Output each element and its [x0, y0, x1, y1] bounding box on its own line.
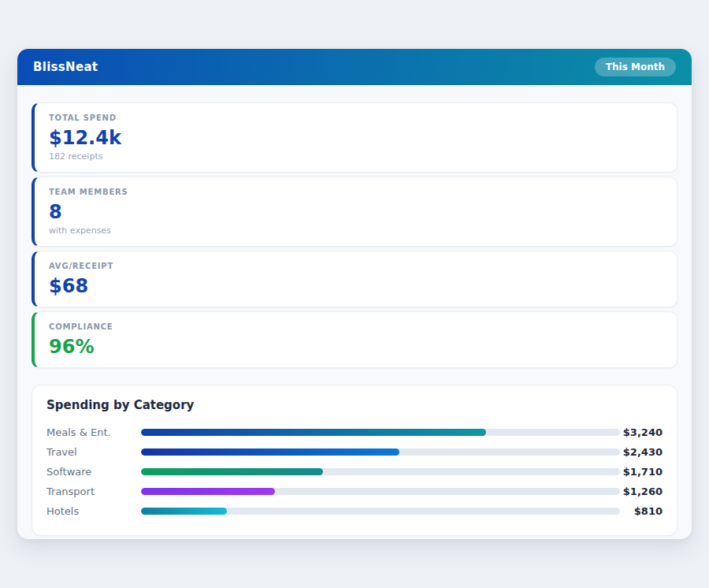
stat-label: COMPLIANCE [49, 322, 663, 332]
period-badge[interactable]: This Month [595, 58, 676, 76]
stat-subtext: with expenses [49, 225, 663, 236]
category-label: Transport [46, 486, 141, 497]
bar-track [141, 429, 620, 436]
category-label: Meals & Ent. [46, 426, 141, 438]
stat-label: TEAM MEMBERS [49, 187, 663, 197]
bar-fill [141, 488, 275, 495]
bar-track [141, 468, 620, 475]
stat-card-team-members: TEAM MEMBERS 8 with expenses [32, 177, 677, 247]
category-label: Software [46, 466, 141, 478]
category-value: $3,240 [620, 426, 663, 438]
stat-card-total-spend: TOTAL SPEND $12.4k 182 receipts [32, 102, 677, 173]
stat-value: 8 [49, 201, 663, 223]
stat-value: 96% [49, 336, 663, 358]
dashboard-panel: BlissNeat This Month TOTAL SPEND $12.4k … [17, 49, 692, 539]
chart-row-software: Software $1,710 [46, 462, 663, 482]
app-header: BlissNeat This Month [17, 49, 692, 85]
category-label: Travel [46, 446, 141, 458]
bar-fill [141, 468, 323, 475]
stat-card-compliance: COMPLIANCE 96% [32, 311, 677, 368]
stat-value: $12.4k [49, 127, 663, 149]
stat-card-avg-receipt: AVG/RECEIPT $68 [32, 251, 677, 307]
chart-row-transport: Transport $1,260 [46, 482, 663, 501]
category-value: $2,430 [620, 446, 663, 458]
category-value: $810 [620, 505, 663, 517]
bar-track [141, 448, 620, 456]
bar-fill [141, 508, 227, 515]
chart-row-meals: Meals & Ent. $3,240 [46, 422, 663, 442]
bar-fill [141, 448, 399, 456]
bar-track [141, 508, 620, 515]
dashboard-body: TOTAL SPEND $12.4k 182 receipts TEAM MEM… [17, 85, 692, 539]
chart-row-travel: Travel $2,430 [46, 442, 663, 462]
chart-row-hotels: Hotels $810 [46, 501, 663, 521]
category-label: Hotels [46, 505, 141, 517]
stat-value: $68 [49, 275, 663, 297]
chart-title: Spending by Category [46, 398, 663, 413]
category-value: $1,710 [620, 466, 663, 478]
stat-label: AVG/RECEIPT [49, 261, 663, 271]
app-title: BlissNeat [33, 60, 98, 74]
bar-track [141, 488, 620, 495]
spending-by-category-chart: Spending by Category Meals & Ent. $3,240… [32, 385, 677, 536]
bar-fill [141, 429, 486, 436]
stat-label: TOTAL SPEND [49, 113, 663, 123]
stat-subtext: 182 receipts [49, 151, 663, 162]
category-value: $1,260 [620, 486, 663, 497]
